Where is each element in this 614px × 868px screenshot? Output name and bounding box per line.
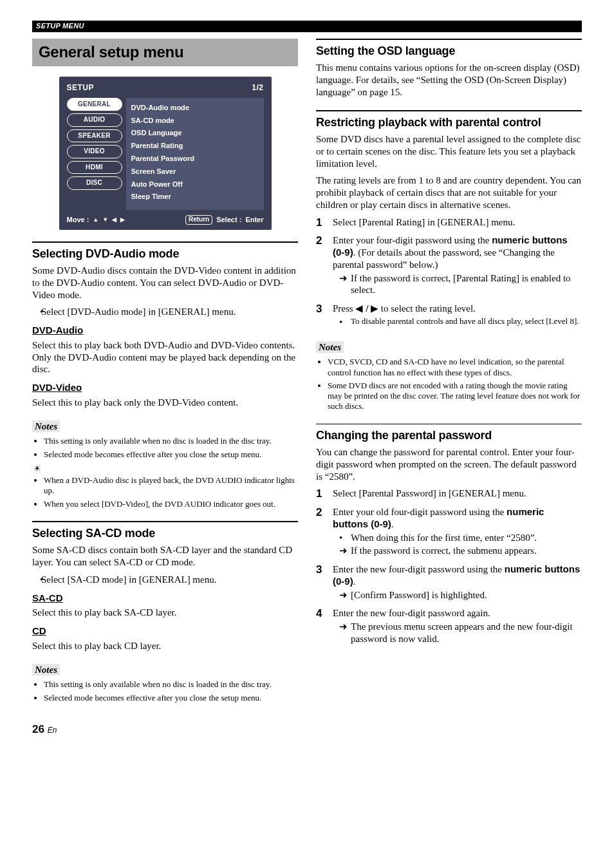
text-dvd-video: Select this to play back only the DVD-Vi… xyxy=(32,397,298,409)
osd-item: Sleep Timer xyxy=(131,191,259,203)
step-2-result: If the password is correct, [Parental Ra… xyxy=(351,272,582,297)
notes-list: This setting is only available when no d… xyxy=(32,679,298,703)
section-parental: Restricting playback with parental contr… xyxy=(316,110,582,412)
note-item: Selected mode becomes effective after yo… xyxy=(44,449,298,460)
section-dvdaudio: Selecting DVD-Audio mode Some DVD-Audio … xyxy=(32,241,298,509)
step-3: Press ◀ / ▶ to select the rating level. … xyxy=(316,303,582,328)
osd-tab-audio: AUDIO xyxy=(67,113,122,127)
text-osd-lang: This menu contains various options for t… xyxy=(316,62,582,98)
step-4: Enter the new four-digit password again.… xyxy=(316,607,582,645)
step-2: Enter your four-digit password using the… xyxy=(316,234,582,296)
label-dvd-video: DVD-Video xyxy=(32,382,298,394)
osd-move-label: Move : xyxy=(67,216,89,225)
arrow-down-icon: ▼ xyxy=(102,216,108,223)
step-3: Enter the new four-digit password using … xyxy=(316,563,582,601)
arrow-right-icon: ➜ xyxy=(339,272,351,285)
intro-sacd: Some SA-CD discs contain both SA-CD laye… xyxy=(32,544,298,569)
osd-select-label: Select : xyxy=(216,216,241,225)
hint-item: When you select [DVD-Video], the DVD AUD… xyxy=(44,499,298,509)
pwd-intro: You can change the password for parental… xyxy=(316,446,582,482)
section-osd-lang: Setting the OSD language This menu conta… xyxy=(316,39,582,99)
section-sacd: Selecting SA-CD mode Some SA-CD discs co… xyxy=(32,521,298,703)
osd-item: Parental Password xyxy=(131,153,259,165)
osd-item: Auto Power Off xyxy=(131,178,259,191)
notes-label: Notes xyxy=(316,341,344,354)
step-1: Select [Parental Password] in [GENERAL] … xyxy=(316,487,582,500)
parental-p1: Some DVD discs have a parental level ass… xyxy=(316,133,582,169)
heading-password: Changing the parental password xyxy=(316,428,582,443)
header-bar: SETUP MENU xyxy=(32,21,582,32)
osd-item: Parental Rating xyxy=(131,140,259,153)
osd-item: Screen Saver xyxy=(131,165,259,178)
label-dvd-audio: DVD-Audio xyxy=(32,325,298,337)
page-number: 26 En xyxy=(32,722,298,736)
osd-tab-video: VIDEO xyxy=(67,145,122,158)
osd-item: SA-CD mode xyxy=(131,115,259,127)
text-cd: Select this to play back CD layer. xyxy=(32,640,298,652)
hints-list: When a DVD-Audio disc is played back, th… xyxy=(32,475,298,509)
osd-tab-hdmi: HDMI xyxy=(67,161,122,175)
hint-icon: ☀ xyxy=(33,464,298,474)
heading-osd-lang: Setting the OSD language xyxy=(316,44,582,59)
osd-tab-disc: DISC xyxy=(67,176,122,190)
osd-enter-label: Enter xyxy=(245,216,263,225)
step-3-result: [Confirm Password] is highlighted. xyxy=(351,589,582,601)
left-column: General setup menu SETUP 1/2 GENERAL AUD… xyxy=(32,39,298,736)
note-item: VCD, SVCD, CD and SA-CD have no level in… xyxy=(328,357,582,378)
section-password: Changing the parental password You can c… xyxy=(316,424,582,645)
arrow-up-icon: ▲ xyxy=(93,216,98,223)
osd-tab-general: GENERAL xyxy=(67,98,122,111)
osd-item: OSD Language xyxy=(131,127,259,140)
notes-label: Notes xyxy=(32,420,60,433)
note-item: Selected mode becomes effective after yo… xyxy=(44,693,298,703)
arrow-right-icon: ▶ xyxy=(371,303,378,314)
bullet-sacd: Select [SA-CD mode] in [GENERAL] menu. xyxy=(41,574,298,586)
note-item: This setting is only available when no d… xyxy=(44,679,298,690)
osd-setup-label: SETUP xyxy=(67,83,95,93)
arrow-right-icon: ➜ xyxy=(339,545,351,557)
heading-dvdaudio: Selecting DVD-Audio mode xyxy=(32,247,298,261)
heading-parental: Restricting playback with parental contr… xyxy=(316,115,582,130)
parental-steps: Select [Parental Rating] in [GENERAL] me… xyxy=(316,216,582,328)
password-steps: Select [Parental Password] in [GENERAL] … xyxy=(316,487,582,645)
step-3-sub: To disable parental controls and have al… xyxy=(351,316,579,326)
osd-return-button: Return xyxy=(185,215,212,225)
right-column: Setting the OSD language This menu conta… xyxy=(316,39,582,736)
bullet-dvdaudio: Select [DVD-Audio mode] in [GENERAL] men… xyxy=(41,306,298,318)
text-dvd-audio: Select this to play back both DVD-Audio … xyxy=(32,339,298,375)
arrow-left-icon: ◀ xyxy=(355,303,363,314)
note-item: This setting is only available when no d… xyxy=(44,436,298,446)
notes-list: This setting is only available when no d… xyxy=(32,436,298,460)
note-item: Some DVD discs are not encoded with a ra… xyxy=(328,381,582,412)
arrow-left-icon: ◀ xyxy=(112,216,116,223)
label-cd: CD xyxy=(32,625,298,637)
arrow-right-icon: ➜ xyxy=(339,589,351,601)
notes-list: VCD, SVCD, CD and SA-CD have no level in… xyxy=(316,357,582,411)
label-sacd: SA-CD xyxy=(32,592,298,605)
step-2-sub: When doing this for the first time, ente… xyxy=(351,532,537,544)
step-1: Select [Parental Rating] in [GENERAL] me… xyxy=(316,216,582,229)
osd-screenshot: SETUP 1/2 GENERAL AUDIO SPEAKER VIDEO HD… xyxy=(59,77,272,230)
arrow-right-icon: ➜ xyxy=(339,621,351,633)
step-2-result: If the password is correct, the submenu … xyxy=(351,545,582,557)
osd-item: DVD-Audio mode xyxy=(131,102,259,115)
osd-page-indicator: 1/2 xyxy=(252,83,263,93)
page-title: General setup menu xyxy=(32,39,298,66)
parental-p2: The rating levels are from 1 to 8 and ar… xyxy=(316,175,582,211)
text-sacd: Select this to play back SA-CD layer. xyxy=(32,607,298,619)
osd-tab-speaker: SPEAKER xyxy=(67,129,122,143)
heading-sacd: Selecting SA-CD mode xyxy=(32,526,298,541)
arrow-right-icon: ▶ xyxy=(120,216,125,223)
osd-item-list: DVD-Audio mode SA-CD mode OSD Language P… xyxy=(126,98,264,210)
notes-label: Notes xyxy=(32,664,60,676)
hint-item: When a DVD-Audio disc is played back, th… xyxy=(44,475,298,496)
step-4-result: The previous menu screen appears and the… xyxy=(351,621,582,645)
step-2: Enter your old four-digit password using… xyxy=(316,506,582,557)
intro-dvdaudio: Some DVD-Audio discs contain the DVD-Vid… xyxy=(32,265,298,301)
